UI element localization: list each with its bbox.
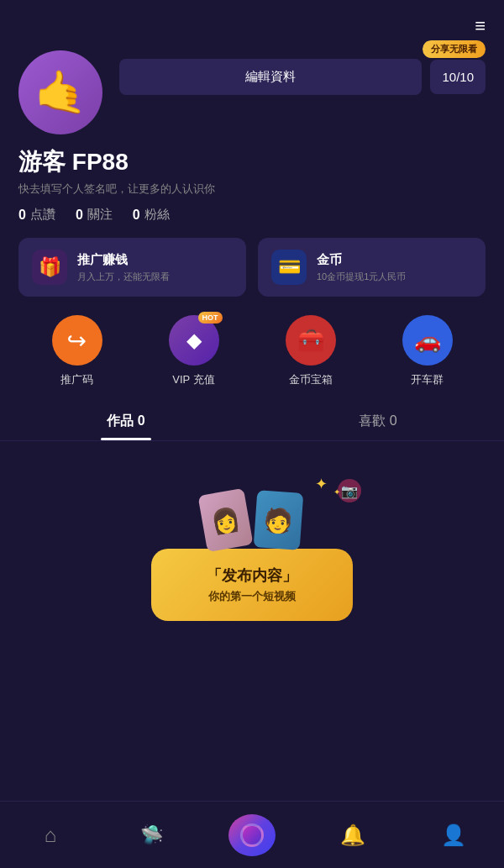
- tabs-row: 作品 0 喜歡 0: [0, 402, 504, 441]
- quick-action-cargroup[interactable]: 🚗 开车群: [402, 315, 453, 387]
- coin-text: 金币 10金币提现1元人民币: [317, 252, 406, 283]
- coin-icon: 💳: [271, 250, 307, 285]
- stat-following: 0 關注: [76, 207, 113, 223]
- vip-icon: ◆ HOT: [169, 315, 219, 366]
- quick-action-vip[interactable]: ◆ HOT VIP 充值: [169, 315, 219, 387]
- coinbox-icon: 🧰: [286, 315, 336, 366]
- score-button[interactable]: 10/10: [430, 60, 486, 94]
- publish-area[interactable]: 👩 🧑 📷 ✦ ✦ 「发布内容」 你的第一个短视频: [151, 492, 353, 621]
- nav-create[interactable]: [231, 814, 273, 856]
- profile-buttons: 分享无限看 編輯資料 10/10: [119, 59, 486, 95]
- menu-icon[interactable]: ≡: [475, 15, 486, 37]
- tab-likes[interactable]: 喜歡 0: [252, 402, 504, 440]
- home-icon: ⌂: [45, 823, 57, 847]
- discover-icon: 🛸: [140, 824, 163, 846]
- publish-card-title: 「发布内容」: [168, 566, 336, 586]
- bottom-nav: ⌂ 🛸 🔔 👤: [0, 801, 504, 868]
- fans-count: 0: [133, 208, 140, 223]
- nav-discover[interactable]: 🛸: [130, 814, 172, 856]
- promote-code-label: 推广码: [60, 372, 93, 387]
- cargroup-label: 开车群: [411, 372, 444, 387]
- notification-icon: 🔔: [340, 823, 365, 847]
- coin-subtitle: 10金币提现1元人民币: [317, 271, 406, 283]
- nav-notification[interactable]: 🔔: [332, 814, 374, 856]
- likes-count: 0: [18, 208, 26, 223]
- promote-icon: 🎁: [32, 250, 67, 285]
- following-label: 關注: [87, 207, 113, 223]
- stats-row: 0 点讚 0 關注 0 粉絲: [0, 207, 504, 238]
- profile-right: 分享无限看 編輯資料 10/10: [119, 50, 486, 95]
- publish-card-sub: 你的第一个短视频: [168, 589, 336, 604]
- promote-card[interactable]: 🎁 推广赚钱 月入上万，还能无限看: [18, 238, 246, 297]
- hot-badge: HOT: [198, 312, 223, 324]
- coin-title: 金币: [317, 252, 406, 268]
- tab-works[interactable]: 作品 0: [0, 402, 252, 440]
- edit-profile-button[interactable]: 編輯資料: [119, 59, 422, 95]
- create-button-inner: [240, 823, 264, 847]
- following-count: 0: [76, 208, 83, 223]
- nav-home[interactable]: ⌂: [29, 814, 71, 856]
- publish-card[interactable]: 「发布内容」 你的第一个短视频: [151, 549, 353, 621]
- promote-subtitle: 月入上万，还能无限看: [77, 271, 170, 283]
- promote-code-icon: ↩: [52, 315, 102, 366]
- coinbox-label: 金币宝箱: [289, 372, 333, 387]
- avatar: 🤙: [18, 50, 102, 134]
- profile-nav-icon: 👤: [441, 823, 466, 847]
- promote-title: 推广赚钱: [77, 252, 170, 268]
- quick-actions: ↩ 推广码 ◆ HOT VIP 充值 🧰 金币宝箱 🚗 开车群: [0, 315, 504, 394]
- avatar-emoji: 🤙: [34, 68, 87, 117]
- create-button[interactable]: [228, 814, 276, 856]
- action-cards: 🎁 推广赚钱 月入上万，还能无限看 💳 金币 10金币提现1元人民币: [0, 238, 504, 315]
- bio: 快去填写个人签名吧，让更多的人认识你: [0, 181, 504, 207]
- share-badge[interactable]: 分享无限看: [423, 40, 486, 58]
- coin-card[interactable]: 💳 金币 10金币提现1元人民币: [258, 238, 486, 297]
- vip-label: VIP 充值: [172, 372, 214, 387]
- stat-likes: 0 点讚: [18, 207, 55, 223]
- likes-label: 点讚: [30, 207, 55, 223]
- empty-state: 👩 🧑 📷 ✦ ✦ 「发布内容」 你的第一个短视频: [0, 441, 504, 646]
- profile-section: 🤙 分享无限看 編輯資料 10/10: [0, 50, 504, 134]
- promote-text: 推广赚钱 月入上万，还能无限看: [77, 252, 170, 283]
- nav-profile[interactable]: 👤: [433, 814, 475, 856]
- quick-action-promote-code[interactable]: ↩ 推广码: [52, 315, 102, 387]
- header: ≡: [0, 0, 504, 45]
- username: 游客 FP88: [0, 134, 504, 181]
- cargroup-icon: 🚗: [402, 315, 453, 366]
- quick-action-coinbox[interactable]: 🧰 金币宝箱: [286, 315, 336, 387]
- fans-label: 粉絲: [144, 207, 170, 223]
- stat-fans: 0 粉絲: [133, 207, 170, 223]
